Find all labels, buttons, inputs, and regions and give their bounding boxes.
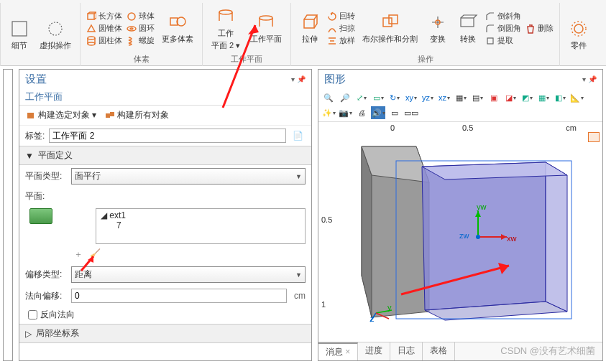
view-xz-icon[interactable]: xz	[437, 91, 451, 104]
normal-offset-input[interactable]	[71, 289, 287, 303]
loft-button[interactable]: 放样	[327, 35, 355, 46]
convert-button[interactable]: 转换	[455, 11, 481, 46]
cylinder-button[interactable]: 圆柱体	[86, 35, 122, 46]
more-primitives-button[interactable]: 更多体素	[159, 11, 196, 46]
export-icon[interactable]: ▭	[387, 106, 402, 119]
torus-button[interactable]: 圆环	[127, 23, 155, 34]
zoom-in-icon[interactable]: 🔍	[321, 91, 336, 104]
transparency-icon[interactable]: ▤	[470, 91, 485, 104]
boolean-button[interactable]: 布尔操作和分割	[359, 11, 421, 46]
svg-point-11	[260, 16, 272, 20]
settings-title: 设置	[25, 73, 47, 86]
svg-rect-21	[106, 113, 110, 118]
tab-table[interactable]: 表格	[423, 342, 455, 360]
chevron-right-icon: ▷	[25, 329, 32, 339]
cuboid-button[interactable]: 长方体	[86, 11, 122, 22]
copy-image-icon[interactable]: ▭▭	[404, 106, 418, 119]
local-cs-header[interactable]: ▷ 局部坐标系	[19, 324, 311, 343]
detail-button[interactable]: 细节	[6, 17, 32, 52]
transform-button[interactable]: 变换	[425, 11, 451, 46]
reverse-normal-label: 反向法向	[40, 309, 75, 321]
face-selection-list[interactable]: ◢ ext1 7	[96, 208, 306, 244]
activate-selection-button[interactable]	[29, 208, 52, 224]
graphics-pin-icon[interactable]: ▾ 📌	[582, 75, 597, 83]
virtual-ops-label: 虚拟操作	[40, 40, 71, 51]
work-plane-2-button[interactable]: 工作 平面 2 ▾	[208, 5, 243, 52]
chevron-down-icon: ▼	[25, 151, 34, 161]
tree-toggle-icon[interactable]: ◢	[101, 210, 107, 220]
measure-icon[interactable]: 📐	[569, 91, 584, 104]
tab-messages[interactable]: 消息 ×	[318, 342, 358, 360]
tab-log[interactable]: 日志	[390, 342, 423, 360]
extrude-button[interactable]: 拉伸	[297, 11, 323, 46]
svg-point-5	[128, 13, 135, 20]
chamfer-button[interactable]: 倒斜角	[485, 11, 521, 22]
add-icon[interactable]: ＋	[74, 248, 83, 261]
delete-button[interactable]: 删除	[525, 23, 554, 34]
svg-point-10	[219, 10, 232, 14]
highlight-icon[interactable]: ◧	[553, 91, 567, 104]
svg-point-19	[571, 22, 586, 36]
select-all-icon[interactable]: ◩	[520, 91, 534, 104]
watermark: CSDN @没有艺术细菌	[500, 345, 595, 358]
svg-point-35	[476, 235, 480, 239]
ops-group-label: 操作	[418, 54, 433, 66]
cone-button[interactable]: 圆锥体	[86, 23, 122, 34]
svg-point-4	[88, 42, 95, 45]
svg-rect-14	[389, 15, 398, 24]
pin-icon[interactable]: ▾ 📌	[291, 75, 306, 83]
build-all-button[interactable]: 构建所有对象	[103, 108, 171, 122]
viewport[interactable]: 0 0.5 cm 0.5 1	[318, 122, 602, 342]
helix-button[interactable]: 螺旋	[127, 35, 155, 46]
camera-icon[interactable]: 📷	[338, 106, 352, 119]
zoom-out-icon[interactable]: 🔎	[338, 91, 352, 104]
graphics-toolbar: 🔍 🔎 ⤢ ▭ ↻ xy yz xz ▦ ▤ ▣ ◪ ◩ ▦ ◧ 📐 ✨ 📷 🖨…	[318, 89, 602, 122]
svg-rect-17	[487, 38, 493, 44]
select-none-icon[interactable]: ▦	[536, 91, 551, 104]
view-rotate-icon[interactable]: ↻	[387, 91, 402, 104]
svg-rect-2	[88, 14, 94, 19]
work-plane-button[interactable]: 工作平面	[247, 11, 285, 46]
view-xy-icon[interactable]: xy	[404, 91, 418, 104]
plane-def-header[interactable]: ▼ 平面定义	[19, 146, 311, 165]
virtual-ops-button[interactable]: 虚拟操作	[37, 17, 74, 52]
sweep-button[interactable]: 扫掠	[327, 23, 355, 34]
revolve-button[interactable]: 回转	[327, 11, 355, 22]
svg-point-7	[130, 28, 133, 29]
select-rect-icon[interactable]: ▣	[487, 91, 501, 104]
view-cube-icon[interactable]	[588, 132, 600, 142]
plane-label: 平面:	[25, 190, 67, 202]
light-icon[interactable]: ✨	[321, 106, 336, 119]
reverse-normal-checkbox[interactable]	[28, 310, 37, 319]
svg-rect-22	[110, 112, 114, 116]
zoom-box-icon[interactable]: ▭	[371, 91, 385, 104]
print-icon[interactable]: 🖨	[354, 106, 369, 119]
normal-offset-label: 法向偏移:	[25, 290, 67, 302]
plane-type-combo[interactable]: 面平行▼	[71, 168, 306, 185]
fillet-button[interactable]: 倒圆角	[485, 23, 521, 34]
sound-icon[interactable]: 🔊	[371, 106, 385, 119]
offset-type-combo[interactable]: 距离▼	[71, 266, 306, 283]
svg-marker-27	[546, 162, 567, 312]
extract-button[interactable]: 提取	[485, 35, 521, 46]
zoom-extents-icon[interactable]: ⤢	[354, 91, 369, 104]
select-mode-icon[interactable]: ◪	[503, 91, 518, 104]
svg-point-18	[574, 24, 583, 33]
graphics-title: 图形	[324, 73, 346, 86]
view-yz-icon[interactable]: yz	[421, 91, 435, 104]
tag-input[interactable]	[49, 129, 286, 143]
svg-point-3	[88, 37, 95, 39]
svg-rect-16	[461, 18, 474, 27]
sphere-button[interactable]: 球体	[127, 11, 155, 22]
remove-icon[interactable]: 🧹	[90, 248, 101, 261]
tag-edit-icon[interactable]: 📄	[290, 130, 306, 141]
svg-point-9	[177, 17, 185, 26]
parts-button[interactable]: 零件	[566, 17, 592, 52]
detail-label: 细节	[12, 40, 27, 51]
collapsed-panel[interactable]	[3, 69, 13, 361]
clip-icon[interactable]: ▦	[454, 91, 468, 104]
build-selected-button[interactable]: 构建选定对象 ▾	[24, 108, 98, 122]
tab-progress[interactable]: 进度	[358, 342, 390, 360]
svg-point-1	[49, 22, 62, 35]
offset-type-label: 偏移类型:	[25, 269, 67, 281]
